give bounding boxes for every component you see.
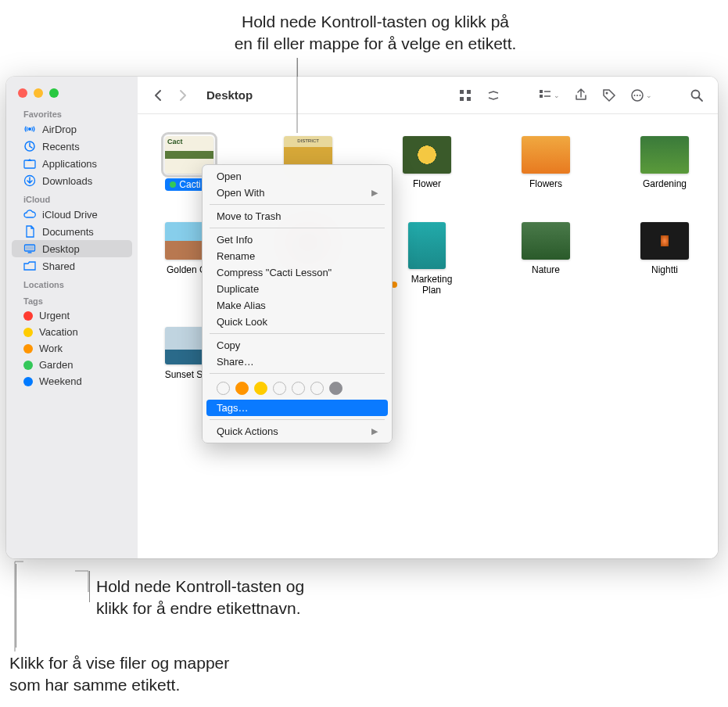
- sidebar-tag-work[interactable]: Work: [6, 340, 138, 357]
- cm-tag-row: [203, 377, 392, 400]
- file-item[interactable]: Nature: [510, 222, 582, 296]
- view-icons-button[interactable]: [455, 85, 475, 106]
- section-locations: Locations: [6, 275, 138, 291]
- tag-dot-icon: [23, 311, 33, 321]
- callout-mid: Hold nede Kontroll-tasten ogklikk for å …: [96, 576, 304, 620]
- close-button[interactable]: [18, 88, 27, 98]
- sidebar-item-airdrop[interactable]: AirDrop: [6, 120, 138, 138]
- tag-swatch[interactable]: [235, 382, 249, 395]
- file-label: Nightti: [651, 264, 678, 275]
- file-item[interactable]: Marketing Plan: [391, 222, 463, 296]
- cm-copy[interactable]: Copy: [203, 337, 392, 354]
- file-item[interactable]: Nightti: [629, 222, 701, 296]
- svg-point-18: [640, 95, 641, 96]
- context-menu: Open Open With▶ Move to Trash Get Info R…: [202, 164, 393, 443]
- sidebar-tag-garden[interactable]: Garden: [6, 357, 138, 373]
- section-icloud: iCloud: [6, 189, 138, 206]
- svg-rect-6: [460, 90, 464, 94]
- sidebar-item-icloud-drive[interactable]: iCloud Drive: [6, 206, 138, 223]
- nav-buttons: [149, 85, 192, 106]
- sidebar-item-desktop[interactable]: Desktop: [12, 240, 132, 257]
- icloud-icon: [23, 208, 36, 221]
- file-thumbnail: [403, 136, 451, 174]
- sidebar-item-label: Applications: [42, 158, 97, 170]
- location-title: Desktop: [206, 88, 253, 102]
- svg-rect-11: [540, 95, 543, 98]
- line-mid: [89, 571, 90, 602]
- sidebar-tag-weekend[interactable]: Weekend: [6, 373, 138, 389]
- tag-dot-icon: [23, 328, 33, 337]
- tag-swatch[interactable]: [217, 382, 230, 395]
- tag-dot-icon: [170, 181, 176, 188]
- share-button[interactable]: [571, 85, 591, 106]
- sidebar-item-label: AirDrop: [42, 124, 77, 135]
- svg-point-14: [606, 92, 608, 94]
- sidebar-tag-vacation[interactable]: Vacation: [6, 324, 138, 340]
- cm-quicklook[interactable]: Quick Look: [203, 314, 392, 330]
- sidebar-tag-label: Weekend: [39, 375, 82, 387]
- shared-icon: [23, 260, 36, 272]
- forward-button[interactable]: [172, 85, 192, 106]
- cm-alias[interactable]: Make Alias: [203, 297, 392, 314]
- sidebar-item-label: iCloud Drive: [42, 209, 98, 221]
- tag-swatch[interactable]: [310, 382, 324, 395]
- cm-trash[interactable]: Move to Trash: [203, 208, 392, 224]
- file-thumbnail: [640, 222, 689, 260]
- file-item[interactable]: Flower: [391, 136, 463, 191]
- callout-bottom: Klikk for å vise filer og mappersom har …: [9, 652, 229, 697]
- sidebar: Favorites AirDropRecentsApplicationsDown…: [6, 77, 138, 558]
- svg-rect-9: [467, 97, 471, 101]
- file-thumbnail: [640, 136, 689, 174]
- minimize-button[interactable]: [34, 88, 43, 98]
- cm-getinfo[interactable]: Get Info: [203, 231, 392, 248]
- cm-rename[interactable]: Rename: [203, 248, 392, 264]
- sidebar-item-label: Downloads: [42, 175, 92, 187]
- cm-quickactions[interactable]: Quick Actions▶: [203, 423, 392, 440]
- svg-line-20: [699, 97, 703, 101]
- svg-point-0: [28, 127, 31, 131]
- sidebar-item-recents[interactable]: Recents: [6, 138, 138, 155]
- cm-tags[interactable]: Tags…: [206, 400, 388, 416]
- cm-share[interactable]: Share…: [203, 354, 392, 370]
- cm-open[interactable]: Open: [203, 168, 392, 185]
- window-controls: [6, 84, 138, 104]
- file-label: Flowers: [529, 178, 562, 189]
- tags-button[interactable]: [599, 85, 619, 106]
- tag-swatch[interactable]: [254, 382, 267, 395]
- cm-open-with[interactable]: Open With▶: [203, 185, 392, 201]
- airdrop-icon: [23, 123, 36, 135]
- file-item[interactable]: Flowers: [510, 136, 582, 191]
- tag-swatch[interactable]: [273, 382, 286, 395]
- sidebar-tag-label: Vacation: [39, 326, 78, 338]
- search-button[interactable]: [687, 85, 707, 106]
- file-thumbnail: [522, 136, 570, 174]
- sidebar-item-shared[interactable]: Shared: [6, 257, 138, 275]
- clock-icon: [23, 140, 36, 153]
- sidebar-item-applications[interactable]: Applications: [6, 155, 138, 172]
- more-button[interactable]: ⌄: [627, 85, 655, 106]
- svg-point-16: [634, 95, 636, 96]
- back-button[interactable]: [149, 85, 169, 106]
- maximize-button[interactable]: [49, 88, 59, 98]
- apps-icon: [23, 157, 36, 170]
- sidebar-item-downloads[interactable]: Downloads: [6, 172, 138, 189]
- file-label: Flower: [413, 178, 441, 189]
- sidebar-item-documents[interactable]: Documents: [6, 223, 138, 240]
- desktop-icon: [23, 242, 36, 255]
- file-thumbnail: [522, 222, 570, 260]
- finder-window: Favorites AirDropRecentsApplicationsDown…: [6, 77, 718, 558]
- cm-duplicate[interactable]: Duplicate: [203, 281, 392, 297]
- group-button[interactable]: ⌄: [535, 85, 563, 106]
- tag-dot-icon: [23, 344, 33, 354]
- tag-dot-icon: [23, 377, 33, 386]
- sidebar-tag-urgent[interactable]: Urgent: [6, 307, 138, 324]
- cm-compress[interactable]: Compress "Cacti Lesson": [203, 264, 392, 281]
- svg-rect-7: [467, 90, 471, 94]
- line-bot: [16, 564, 16, 648]
- view-options-button[interactable]: [483, 85, 504, 106]
- toolbar: Desktop ⌄ ⌄: [138, 77, 718, 114]
- file-item[interactable]: Gardening: [629, 136, 701, 191]
- callout-top: Hold nede Kontroll-tasten og klikk påen …: [192, 11, 559, 56]
- tag-swatch[interactable]: [292, 382, 305, 395]
- tag-swatch[interactable]: [329, 382, 342, 395]
